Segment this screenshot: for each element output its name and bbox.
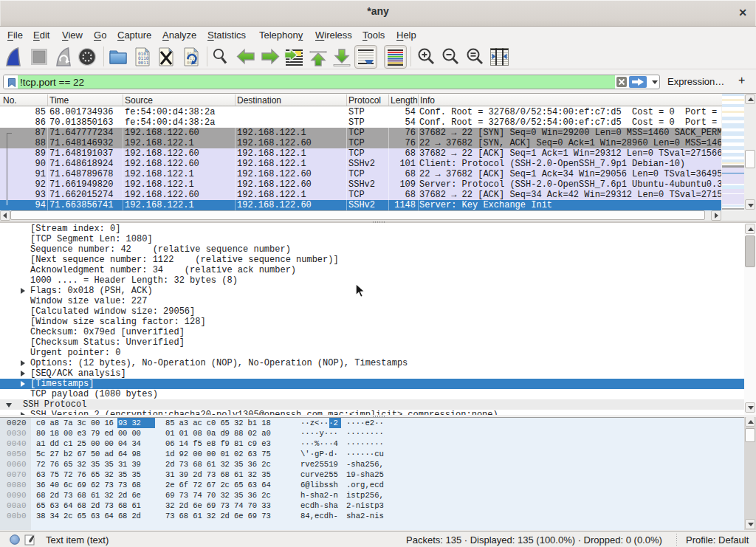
svg-text:0011: 0011 (138, 60, 149, 65)
